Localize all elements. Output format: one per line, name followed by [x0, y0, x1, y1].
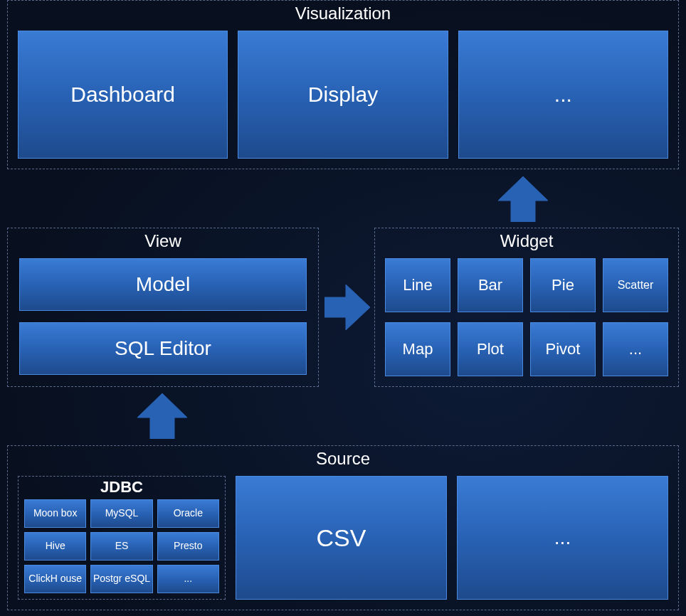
widget-bar-box: Bar: [458, 258, 523, 312]
widget-title: Widget: [500, 231, 554, 251]
widget-row-2: Map Plot Pivot ...: [385, 322, 668, 376]
arrow-widget-to-visualization-icon: [498, 176, 548, 222]
jdbc-more-box: ...: [157, 565, 219, 593]
widget-more-box: ...: [603, 322, 668, 376]
view-title: View: [144, 231, 181, 251]
widget-section: Widget Line Bar Pie Scatter Map Plot Piv…: [374, 228, 679, 387]
source-section: Source JDBC Moon box MySQL Oracle Hive E…: [7, 445, 679, 610]
visualization-section: Visualization Dashboard Display ...: [7, 0, 679, 169]
jdbc-postgresql-box: Postgr eSQL: [90, 565, 152, 593]
widget-pivot-box: Pivot: [530, 322, 596, 376]
jdbc-moonbox-box: Moon box: [24, 499, 86, 528]
arrow-source-to-view-icon: [137, 393, 187, 439]
source-more-box: ...: [457, 476, 668, 600]
visualization-dashboard-box: Dashboard: [18, 31, 228, 159]
view-section: View Model SQL Editor: [7, 228, 319, 387]
widget-line-box: Line: [385, 258, 450, 312]
visualization-display-box: Display: [238, 31, 448, 159]
jdbc-row-0: Moon box MySQL Oracle: [24, 499, 219, 528]
view-model-box: Model: [19, 258, 307, 311]
jdbc-clickhouse-box: ClickH ouse: [24, 565, 86, 593]
visualization-more-box: ...: [458, 31, 668, 159]
jdbc-es-box: ES: [90, 532, 152, 561]
source-jdbc-subsection: JDBC Moon box MySQL Oracle Hive ES Prest…: [18, 476, 226, 600]
jdbc-row-2: ClickH ouse Postgr eSQL ...: [24, 565, 219, 593]
view-sql-editor-box: SQL Editor: [19, 322, 307, 375]
widget-map-box: Map: [385, 322, 450, 376]
widget-row-1: Line Bar Pie Scatter: [385, 258, 668, 312]
jdbc-title: JDBC: [100, 478, 143, 496]
jdbc-oracle-box: Oracle: [157, 499, 219, 528]
jdbc-presto-box: Presto: [157, 532, 219, 561]
visualization-title: Visualization: [295, 4, 391, 23]
widget-scatter-box: Scatter: [603, 258, 668, 312]
jdbc-mysql-box: MySQL: [90, 499, 152, 528]
source-title: Source: [316, 449, 370, 469]
widget-plot-box: Plot: [458, 322, 523, 376]
source-csv-box: CSV: [236, 476, 447, 600]
jdbc-hive-box: Hive: [24, 532, 86, 561]
widget-pie-box: Pie: [530, 258, 596, 312]
arrow-view-to-widget-icon: [324, 285, 370, 330]
jdbc-row-1: Hive ES Presto: [24, 532, 219, 561]
